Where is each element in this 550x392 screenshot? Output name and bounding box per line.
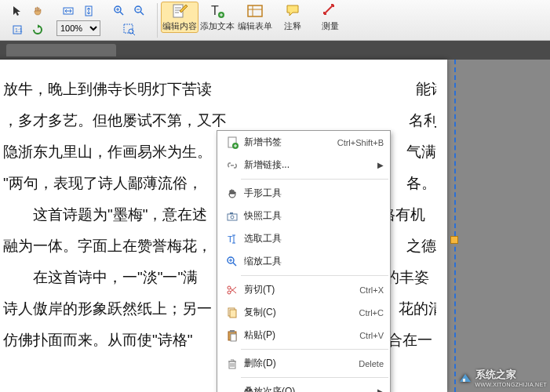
svg-rect-11 [248, 5, 262, 16]
zoom-in-button[interactable] [110, 2, 129, 20]
fit-width-button[interactable] [59, 2, 78, 20]
svg-rect-24 [230, 330, 235, 332]
copy-icon [224, 307, 241, 319]
context-menu: 新增书签 Ctrl+Shift+B 新增链接... ▶ 手形工具 快照工具 T … [217, 130, 391, 392]
toolbar: 1:1 100% 编辑内容 T 添加文本 编辑表单 注释 测 [0, 0, 550, 41]
add-text-label: 添加文本 [200, 20, 235, 32]
svg-point-20 [228, 286, 231, 289]
svg-point-15 [231, 216, 234, 219]
bookmark-icon [224, 136, 241, 149]
rotate-button[interactable] [28, 20, 47, 39]
marquee-zoom-button[interactable] [120, 20, 139, 39]
menu-zoom-tool[interactable]: 缩放工具 [217, 250, 390, 273]
annotate-label: 注释 [284, 20, 301, 32]
link-icon [224, 159, 241, 172]
menu-new-bookmark[interactable]: 新增书签 Ctrl+Shift+B [217, 131, 390, 154]
svg-rect-6 [124, 24, 133, 33]
menu-delete[interactable]: 删除(D) Delete [217, 352, 390, 375]
paste-icon [224, 329, 241, 342]
edit-form-label: 编辑表单 [238, 20, 272, 32]
svg-rect-16 [230, 212, 233, 214]
zoom-select[interactable]: 100% [56, 20, 100, 36]
pointer-tool-button[interactable] [8, 2, 27, 20]
measure-label: 测量 [322, 20, 339, 32]
menu-select-tool[interactable]: T 选取工具 [217, 227, 390, 250]
edit-form-button[interactable]: 编辑表单 [236, 2, 274, 33]
measure-button[interactable]: 测量 [311, 2, 349, 33]
menu-hand-tool[interactable]: 手形工具 [217, 182, 390, 205]
tab-strip[interactable] [0, 41, 550, 60]
svg-rect-22 [230, 310, 236, 318]
scissors-icon [224, 284, 241, 296]
fit-page-button[interactable]: 1:1 [8, 20, 27, 39]
svg-rect-14 [228, 214, 237, 220]
text-select-icon: T [224, 233, 241, 245]
magnifier-icon [224, 256, 241, 268]
menu-new-link[interactable]: 新增链接... ▶ [217, 154, 390, 176]
annotate-button[interactable]: 注释 [274, 2, 311, 33]
fit-height-button[interactable] [79, 2, 98, 20]
edit-content-button[interactable]: 编辑内容 [161, 2, 199, 33]
svg-rect-28 [463, 379, 465, 382]
add-text-button[interactable]: T 添加文本 [199, 2, 236, 33]
guide-handle[interactable] [450, 236, 458, 244]
svg-text:T: T [211, 4, 219, 17]
edit-content-label: 编辑内容 [162, 20, 197, 32]
right-guide-line [454, 60, 456, 392]
trash-icon [224, 358, 241, 370]
hand-icon [224, 187, 241, 200]
menu-cut[interactable]: 剪切(T) Ctrl+X [217, 278, 390, 301]
hand-tool-button[interactable] [28, 2, 47, 20]
watermark: 系统之家 WWW.XITONGZHIJIA.NET [458, 368, 547, 387]
document-viewport: 放牛，晚上到佛寺长明灯下苦读能诗善 ，多才多艺。但他屡试不第，又不名利禄， 隐浙… [0, 60, 550, 392]
submenu-arrow-icon: ▶ [377, 387, 384, 392]
menu-snapshot-tool[interactable]: 快照工具 [217, 205, 390, 227]
zoom-out-button[interactable] [130, 2, 149, 20]
submenu-arrow-icon: ▶ [377, 161, 384, 169]
svg-text:1:1: 1:1 [15, 27, 23, 33]
camera-icon [224, 210, 241, 223]
svg-text:T: T [228, 234, 233, 244]
menu-paste[interactable]: 粘贴(P) Ctrl+V [217, 324, 390, 347]
svg-point-19 [228, 291, 231, 294]
svg-rect-25 [231, 334, 236, 341]
menu-stack-order[interactable]: 叠放次序(O) ▶ [217, 380, 390, 392]
menu-copy[interactable]: 复制(C) Ctrl+C [217, 301, 390, 324]
